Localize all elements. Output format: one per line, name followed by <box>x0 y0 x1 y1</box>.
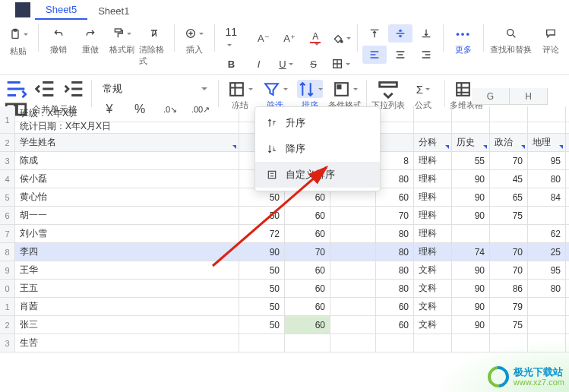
cell-phy[interactable] <box>566 298 569 316</box>
cell-b[interactable]: 60 <box>285 298 330 316</box>
number-format-select[interactable]: 常规 <box>96 80 213 98</box>
insert-icon[interactable] <box>182 24 207 43</box>
row-header[interactable]: 6 <box>0 207 15 225</box>
cell-phy[interactable] <box>566 316 569 334</box>
cell-name[interactable]: 黄心怡 <box>15 188 239 207</box>
header-name[interactable]: 学生姓名 <box>15 134 239 152</box>
row-header[interactable]: 1 <box>0 298 15 316</box>
italic-icon[interactable]: I <box>246 55 270 73</box>
cell-d[interactable]: 60 <box>376 298 414 316</box>
decrease-font-icon[interactable]: A⁻ <box>252 29 275 47</box>
cell-history[interactable] <box>452 225 490 243</box>
cell-name[interactable]: 张三 <box>15 316 239 334</box>
empty-cell[interactable] <box>376 106 414 134</box>
fill-color-icon[interactable] <box>330 29 352 47</box>
underline-icon[interactable]: U <box>273 55 298 73</box>
empty-cell[interactable] <box>528 106 566 134</box>
cell-a[interactable]: 72 <box>239 225 285 243</box>
indent-inc-icon[interactable] <box>61 80 87 98</box>
align-center-icon[interactable] <box>388 46 413 64</box>
cell-history[interactable]: 90 <box>452 188 490 207</box>
cell-c[interactable] <box>330 298 376 316</box>
align-left-icon[interactable] <box>362 46 387 64</box>
cell-history[interactable]: 90 <box>452 280 490 298</box>
cell-c[interactable] <box>330 225 376 243</box>
cell-phy[interactable] <box>566 261 569 280</box>
cell-c[interactable] <box>330 261 376 280</box>
sort-asc-item[interactable]: 升序 <box>255 110 380 136</box>
filter-icon[interactable] <box>262 80 288 98</box>
cell-geography[interactable] <box>528 334 566 352</box>
info-cell[interactable]: 班级：X年X班统计日期：X年X月X日 <box>15 106 239 134</box>
cell-c[interactable] <box>330 280 376 298</box>
cell-c[interactable] <box>330 243 376 261</box>
header-history[interactable]: 历史 <box>452 134 490 152</box>
undo-icon[interactable] <box>46 24 71 43</box>
cell-history[interactable] <box>452 334 490 352</box>
row-header[interactable]: 1 <box>0 106 15 134</box>
more-icon[interactable]: ••• <box>451 24 476 43</box>
valign-middle-icon[interactable] <box>388 24 413 43</box>
cell-phy[interactable] <box>566 334 569 352</box>
sort-icon[interactable] <box>297 80 323 98</box>
empty-cell[interactable] <box>490 106 528 134</box>
cell-d[interactable]: 80 <box>376 170 414 188</box>
paste-group[interactable]: 粘贴 <box>3 24 33 57</box>
row-header[interactable]: 2 <box>0 316 15 334</box>
cell-history[interactable]: 90 <box>452 316 490 334</box>
row-header[interactable]: 9 <box>0 261 15 280</box>
cell-b[interactable]: 60 <box>285 225 330 243</box>
bold-icon[interactable]: B <box>219 55 243 73</box>
cell-politics[interactable]: 86 <box>490 280 528 298</box>
cell-history[interactable]: 74 <box>452 243 490 261</box>
cell-a[interactable]: 90 <box>239 243 285 261</box>
cell-phy[interactable] <box>566 152 569 170</box>
cell-phy[interactable] <box>566 225 569 243</box>
font-color-icon[interactable]: A <box>304 29 327 47</box>
cell-c[interactable] <box>330 207 376 225</box>
row-header[interactable]: 3 <box>0 334 15 352</box>
paste-icon[interactable] <box>6 25 30 43</box>
cell-geography[interactable] <box>528 298 566 316</box>
cell-subject[interactable]: 理科 <box>414 243 452 261</box>
row-header[interactable]: 3 <box>0 152 15 170</box>
cell-history[interactable]: 90 <box>452 207 490 225</box>
cell-name[interactable]: 王华 <box>15 261 239 280</box>
cell-a[interactable]: 50 <box>239 298 285 316</box>
cell-subject[interactable]: 文科 <box>414 261 452 280</box>
cell-subject[interactable]: 理科 <box>414 207 452 225</box>
cell-politics[interactable]: 70 <box>490 152 528 170</box>
cell-a[interactable] <box>239 334 285 352</box>
cell-name[interactable]: 陈成 <box>15 152 239 170</box>
cell-d[interactable]: 60 <box>376 188 414 207</box>
font-size-select[interactable]: 11 <box>219 24 248 52</box>
cell-geography[interactable]: 95 <box>528 261 566 280</box>
cell-subject[interactable]: 文科 <box>414 316 452 334</box>
cell-politics[interactable] <box>490 225 528 243</box>
sort-custom-item[interactable]: 自定义排序 <box>255 162 380 188</box>
comment-icon[interactable] <box>539 24 563 43</box>
valign-bottom-icon[interactable] <box>414 24 438 43</box>
cell-phy[interactable] <box>566 188 569 207</box>
cell-geography[interactable]: 25 <box>528 243 566 261</box>
header-politics[interactable]: 政治 <box>490 134 528 152</box>
cond-format-icon[interactable] <box>332 80 358 98</box>
increase-font-icon[interactable]: A⁺ <box>278 29 301 47</box>
row-header[interactable]: 5 <box>0 188 15 207</box>
row-header[interactable]: 0 <box>0 280 15 298</box>
cell-history[interactable]: 90 <box>452 261 490 280</box>
cell-d[interactable]: 80 <box>376 261 414 280</box>
cell-politics[interactable]: 65 <box>490 188 528 207</box>
cell-subject[interactable] <box>414 334 452 352</box>
cell-d[interactable]: 70 <box>376 207 414 225</box>
cell-b[interactable]: 70 <box>285 243 330 261</box>
sort-desc-item[interactable]: 降序 <box>255 136 380 162</box>
cell-name[interactable]: 生苦 <box>15 334 239 352</box>
cell-d[interactable]: 80 <box>376 225 414 243</box>
cell-b[interactable] <box>285 334 330 352</box>
row-header[interactable]: 2 <box>0 134 15 152</box>
cell-politics[interactable]: 79 <box>490 298 528 316</box>
cell-geography[interactable] <box>528 316 566 334</box>
cell-subject[interactable]: 理科 <box>414 170 452 188</box>
cell-d[interactable]: 60 <box>376 316 414 334</box>
